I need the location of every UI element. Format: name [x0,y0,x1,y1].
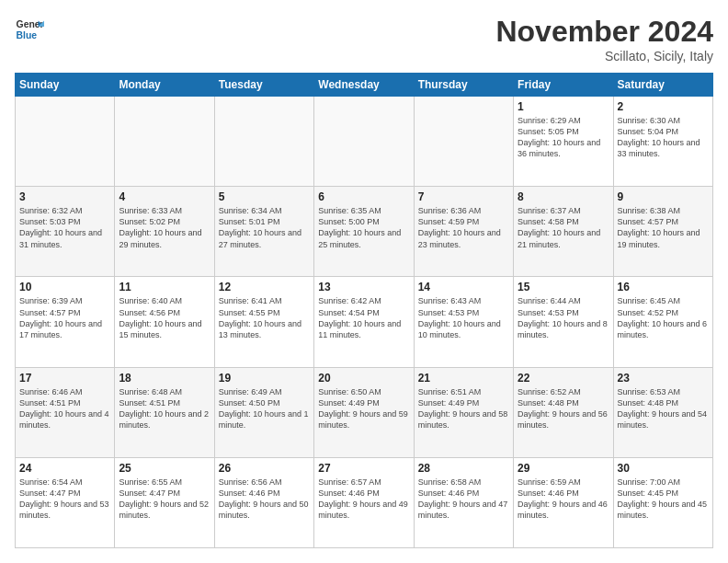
day-number: 22 [518,372,609,385]
table-row: 4Sunrise: 6:33 AM Sunset: 5:02 PM Daylig… [115,187,214,277]
day-number: 7 [418,190,509,203]
day-number: 12 [219,281,310,293]
day-number: 14 [418,281,509,293]
day-number: 25 [119,462,210,475]
day-info: Sunrise: 6:46 AM Sunset: 4:51 PM Dayligh… [19,386,110,431]
day-info: Sunrise: 6:53 AM Sunset: 4:48 PM Dayligh… [618,386,709,431]
day-info: Sunrise: 6:40 AM Sunset: 4:56 PM Dayligh… [119,295,210,340]
day-number: 29 [518,462,609,475]
table-row: 26Sunrise: 6:56 AM Sunset: 4:46 PM Dayli… [214,457,313,547]
day-info: Sunrise: 6:57 AM Sunset: 4:46 PM Dayligh… [318,477,409,522]
logo: General Blue [15,15,44,44]
table-row: 10Sunrise: 6:39 AM Sunset: 4:57 PM Dayli… [16,277,115,367]
day-number: 24 [19,462,110,475]
day-info: Sunrise: 6:52 AM Sunset: 4:48 PM Dayligh… [518,386,609,431]
table-row: 24Sunrise: 6:54 AM Sunset: 4:47 PM Dayli… [16,457,115,547]
day-info: Sunrise: 6:59 AM Sunset: 4:46 PM Dayligh… [518,477,609,522]
day-number: 18 [119,372,210,385]
day-number: 15 [518,281,609,293]
day-number: 11 [119,281,210,293]
table-row: 17Sunrise: 6:46 AM Sunset: 4:51 PM Dayli… [16,367,115,457]
day-number: 27 [318,462,409,475]
day-number: 28 [418,462,509,475]
col-monday: Monday [115,74,214,97]
col-saturday: Saturday [613,74,712,97]
day-number: 6 [318,190,409,203]
day-number: 23 [618,372,709,385]
table-row: 18Sunrise: 6:48 AM Sunset: 4:51 PM Dayli… [115,367,214,457]
logo-icon: General Blue [15,15,44,44]
table-row: 20Sunrise: 6:50 AM Sunset: 4:49 PM Dayli… [314,367,414,457]
table-row: 8Sunrise: 6:37 AM Sunset: 4:58 PM Daylig… [514,187,613,277]
day-info: Sunrise: 6:42 AM Sunset: 4:54 PM Dayligh… [318,295,409,340]
table-row [214,97,313,187]
day-info: Sunrise: 6:35 AM Sunset: 5:00 PM Dayligh… [318,205,409,250]
day-number: 16 [618,281,709,293]
day-number: 13 [318,281,409,293]
table-row: 9Sunrise: 6:38 AM Sunset: 4:57 PM Daylig… [613,187,712,277]
svg-text:Blue: Blue [17,30,38,40]
day-info: Sunrise: 6:32 AM Sunset: 5:03 PM Dayligh… [19,205,110,250]
day-info: Sunrise: 6:43 AM Sunset: 4:53 PM Dayligh… [418,295,509,340]
month-title: November 2024 [495,15,713,49]
location: Scillato, Sicily, Italy [495,49,713,63]
table-row: 28Sunrise: 6:58 AM Sunset: 4:46 PM Dayli… [414,457,513,547]
day-info: Sunrise: 6:36 AM Sunset: 4:59 PM Dayligh… [418,205,509,250]
table-row [16,97,115,187]
day-info: Sunrise: 6:34 AM Sunset: 5:01 PM Dayligh… [219,205,310,250]
table-row: 7Sunrise: 6:36 AM Sunset: 4:59 PM Daylig… [414,187,513,277]
calendar-week-row: 1Sunrise: 6:29 AM Sunset: 5:05 PM Daylig… [16,97,713,187]
day-info: Sunrise: 6:50 AM Sunset: 4:49 PM Dayligh… [318,386,409,431]
day-number: 10 [19,281,110,293]
table-row: 12Sunrise: 6:41 AM Sunset: 4:55 PM Dayli… [214,277,313,367]
day-info: Sunrise: 6:30 AM Sunset: 5:04 PM Dayligh… [618,115,709,160]
table-row: 15Sunrise: 6:44 AM Sunset: 4:53 PM Dayli… [514,277,613,367]
table-row: 25Sunrise: 6:55 AM Sunset: 4:47 PM Dayli… [115,457,214,547]
day-info: Sunrise: 6:49 AM Sunset: 4:50 PM Dayligh… [219,386,310,431]
table-row: 19Sunrise: 6:49 AM Sunset: 4:50 PM Dayli… [214,367,313,457]
calendar-week-row: 17Sunrise: 6:46 AM Sunset: 4:51 PM Dayli… [16,367,713,457]
day-info: Sunrise: 6:51 AM Sunset: 4:49 PM Dayligh… [418,386,509,431]
table-row: 6Sunrise: 6:35 AM Sunset: 5:00 PM Daylig… [314,187,414,277]
col-sunday: Sunday [16,74,115,97]
table-row: 11Sunrise: 6:40 AM Sunset: 4:56 PM Dayli… [115,277,214,367]
day-info: Sunrise: 6:44 AM Sunset: 4:53 PM Dayligh… [518,295,609,340]
table-row: 3Sunrise: 6:32 AM Sunset: 5:03 PM Daylig… [16,187,115,277]
day-info: Sunrise: 6:55 AM Sunset: 4:47 PM Dayligh… [119,477,210,522]
day-info: Sunrise: 6:58 AM Sunset: 4:46 PM Dayligh… [418,477,509,522]
day-number: 4 [119,190,210,203]
day-number: 17 [19,372,110,385]
table-row: 14Sunrise: 6:43 AM Sunset: 4:53 PM Dayli… [414,277,513,367]
day-number: 5 [219,190,310,203]
day-number: 2 [618,100,709,113]
day-number: 8 [518,190,609,203]
table-row: 5Sunrise: 6:34 AM Sunset: 5:01 PM Daylig… [214,187,313,277]
table-row: 30Sunrise: 7:00 AM Sunset: 4:45 PM Dayli… [613,457,712,547]
col-thursday: Thursday [414,74,513,97]
day-number: 21 [418,372,509,385]
table-row [115,97,214,187]
day-info: Sunrise: 6:48 AM Sunset: 4:51 PM Dayligh… [119,386,210,431]
calendar-week-row: 24Sunrise: 6:54 AM Sunset: 4:47 PM Dayli… [16,457,713,547]
col-tuesday: Tuesday [214,74,313,97]
table-row: 16Sunrise: 6:45 AM Sunset: 4:52 PM Dayli… [613,277,712,367]
table-row: 27Sunrise: 6:57 AM Sunset: 4:46 PM Dayli… [314,457,414,547]
header: General Blue November 2024 Scillato, Sic… [15,15,713,63]
page: General Blue November 2024 Scillato, Sic… [0,0,728,563]
day-number: 20 [318,372,409,385]
table-row: 1Sunrise: 6:29 AM Sunset: 5:05 PM Daylig… [514,97,613,187]
day-info: Sunrise: 6:54 AM Sunset: 4:47 PM Dayligh… [19,477,110,522]
col-wednesday: Wednesday [314,74,414,97]
day-info: Sunrise: 6:41 AM Sunset: 4:55 PM Dayligh… [219,295,310,340]
day-info: Sunrise: 7:00 AM Sunset: 4:45 PM Dayligh… [618,477,709,522]
title-block: November 2024 Scillato, Sicily, Italy [495,15,713,63]
day-info: Sunrise: 6:45 AM Sunset: 4:52 PM Dayligh… [618,295,709,340]
table-row: 29Sunrise: 6:59 AM Sunset: 4:46 PM Dayli… [514,457,613,547]
col-friday: Friday [514,74,613,97]
day-info: Sunrise: 6:29 AM Sunset: 5:05 PM Dayligh… [518,115,609,160]
day-number: 3 [19,190,110,203]
calendar-table: Sunday Monday Tuesday Wednesday Thursday… [15,73,713,548]
table-row [414,97,513,187]
calendar-header-row: Sunday Monday Tuesday Wednesday Thursday… [16,74,713,97]
table-row: 23Sunrise: 6:53 AM Sunset: 4:48 PM Dayli… [613,367,712,457]
